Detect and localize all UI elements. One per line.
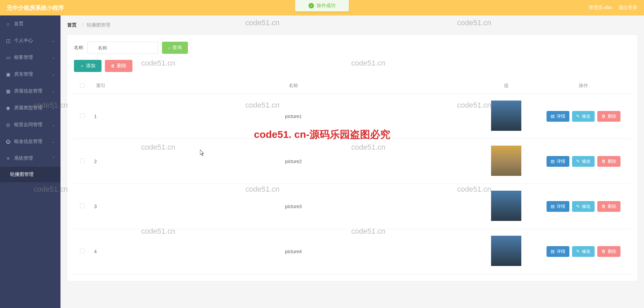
chevron-down-icon: ⌄	[52, 55, 55, 60]
target-icon: ◎	[5, 122, 11, 127]
breadcrumb-home[interactable]: 首页	[67, 22, 77, 28]
trash-icon: 🗑	[601, 159, 606, 164]
row-delete-button[interactable]: 🗑 删除	[597, 111, 620, 122]
detail-button[interactable]: ▤ 详情	[547, 111, 569, 122]
row-checkbox[interactable]	[80, 113, 85, 118]
table-row: 3 picture3 ▤ 详情 ✎ 修改 🗑 删除	[74, 184, 631, 229]
search-row: 名称 ⌕ ⌕ 查询	[74, 42, 631, 54]
header-index: 索引	[91, 78, 111, 94]
edit-button[interactable]: ✎ 修改	[572, 156, 595, 167]
sidebar-label: 房屋信息管理	[14, 88, 42, 94]
row-name: picture3	[111, 184, 476, 229]
chevron-up-icon: ⌃	[52, 156, 55, 161]
sidebar-item-profile[interactable]: ◫ 个人中心 ⌄	[0, 32, 61, 49]
sidebar-item-rent[interactable]: ⏻ 租金信息管理 ⌄	[0, 133, 61, 150]
check-icon: ✓	[309, 3, 314, 8]
select-all-checkbox[interactable]	[80, 83, 85, 88]
row-checkbox[interactable]	[80, 158, 85, 163]
detail-button[interactable]: ▤ 详情	[547, 156, 569, 167]
logout-link[interactable]: 退出登录	[618, 5, 637, 11]
table-row: 4 picture4 ▤ 详情 ✎ 修改 🗑 删除	[74, 229, 631, 274]
sidebar-label: 房东管理	[14, 71, 33, 77]
sidebar-label: 房屋类型管理	[14, 105, 42, 111]
sidebar-item-house-type[interactable]: ◉ 房屋类型管理 ⌄	[0, 100, 61, 116]
row-delete-button[interactable]: 🗑 删除	[597, 156, 620, 167]
toast-text: 操作成功	[317, 3, 335, 9]
sidebar-item-landlord[interactable]: ▣ 房东管理 ⌄	[0, 66, 61, 83]
detail-icon: ▤	[551, 204, 555, 209]
sidebar-label: 租客管理	[14, 54, 33, 61]
sidebar-label: 租金信息管理	[14, 139, 42, 145]
row-delete-button[interactable]: 🗑 删除	[597, 246, 620, 257]
row-name: picture2	[111, 139, 476, 184]
detail-button[interactable]: ▤ 详情	[547, 246, 569, 257]
edit-button[interactable]: ✎ 修改	[572, 111, 595, 122]
trash-icon: 🗑	[601, 249, 606, 254]
chevron-down-icon: ⌄	[52, 106, 55, 110]
query-button[interactable]: ⌕ 查询	[162, 42, 188, 54]
search-label: 名称	[74, 45, 83, 51]
breadcrumb: 首页 / 轮播图管理	[67, 22, 637, 28]
breadcrumb-sep: /	[82, 22, 83, 28]
thumbnail-image	[491, 236, 521, 266]
power-icon: ⏻	[5, 139, 11, 144]
header-name: 名称	[111, 78, 476, 94]
query-label: 查询	[172, 45, 182, 51]
table-header-row: 索引 名称 值 操作	[74, 78, 631, 94]
sidebar-item-system[interactable]: ≡ 系统管理 ⌃	[0, 150, 61, 167]
row-checkbox[interactable]	[80, 203, 85, 208]
add-button[interactable]: ＋ 添加	[74, 60, 102, 72]
trash-icon: 🗑	[111, 64, 115, 68]
menu-icon: ≡	[5, 156, 11, 161]
header-value: 值	[476, 78, 536, 94]
user-icon: ◫	[5, 38, 11, 43]
edit-icon: ✎	[576, 204, 580, 209]
app-title: 无中介租房系统小程序	[7, 4, 64, 12]
laptop-icon: ▭	[5, 55, 11, 60]
header-right: 管理员 abo 退出登录	[589, 5, 637, 11]
breadcrumb-current: 轮播图管理	[87, 22, 110, 28]
edit-icon: ✎	[576, 249, 580, 254]
header-ops: 操作	[536, 78, 631, 94]
detail-icon: ▤	[551, 159, 555, 164]
trash-icon: 🗑	[601, 114, 606, 119]
edit-button[interactable]: ✎ 修改	[572, 246, 595, 257]
admin-user-link[interactable]: 管理员 abo	[589, 5, 612, 11]
row-index: 1	[91, 94, 111, 139]
person-icon: ◉	[5, 105, 11, 111]
row-checkbox[interactable]	[80, 248, 85, 253]
thumbnail-image	[491, 191, 521, 221]
edit-button[interactable]: ✎ 修改	[572, 201, 595, 212]
row-index: 3	[91, 184, 111, 229]
row-index: 2	[91, 139, 111, 184]
table-row: 2 picture2 ▤ 详情 ✎ 修改 🗑 删除	[74, 139, 631, 184]
chevron-down-icon: ⌄	[52, 38, 55, 43]
action-row: ＋ 添加 🗑 删除	[74, 60, 631, 72]
edit-icon: ✎	[576, 159, 580, 164]
row-delete-button[interactable]: 🗑 删除	[597, 201, 620, 212]
chevron-down-icon: ⌄	[52, 89, 55, 93]
main-content: 首页 / 轮播图管理 名称 ⌕ ⌕ 查询 ＋ 添加	[61, 15, 644, 308]
sidebar-item-house-info[interactable]: ▦ 房屋信息管理 ⌄	[0, 83, 61, 100]
sidebar-item-tenant[interactable]: ▭ 租客管理 ⌄	[0, 49, 61, 66]
chevron-down-icon: ⌄	[52, 72, 55, 77]
delete-button[interactable]: 🗑 删除	[105, 60, 132, 72]
row-name: picture1	[111, 94, 476, 139]
search-input[interactable]	[87, 42, 158, 54]
clipboard-icon: ▣	[5, 72, 11, 77]
detail-icon: ▤	[551, 249, 555, 254]
edit-icon: ✎	[576, 114, 580, 119]
chevron-down-icon: ⌄	[52, 139, 55, 144]
sidebar-subitem-carousel[interactable]: 轮播图管理	[0, 167, 61, 182]
grid-icon: ▦	[5, 88, 11, 94]
sidebar-item-lease[interactable]: ◎ 租赁合同管理 ⌄	[0, 116, 61, 133]
add-label: 添加	[86, 63, 95, 69]
home-icon: ⌂	[5, 21, 11, 27]
delete-label: 删除	[117, 63, 126, 69]
detail-button[interactable]: ▤ 详情	[547, 201, 569, 212]
search-icon: ⌕	[168, 45, 170, 50]
detail-icon: ▤	[551, 114, 555, 119]
sidebar-item-home[interactable]: ⌂ 首页	[0, 15, 61, 32]
row-name: picture4	[111, 229, 476, 274]
trash-icon: 🗑	[601, 204, 606, 209]
